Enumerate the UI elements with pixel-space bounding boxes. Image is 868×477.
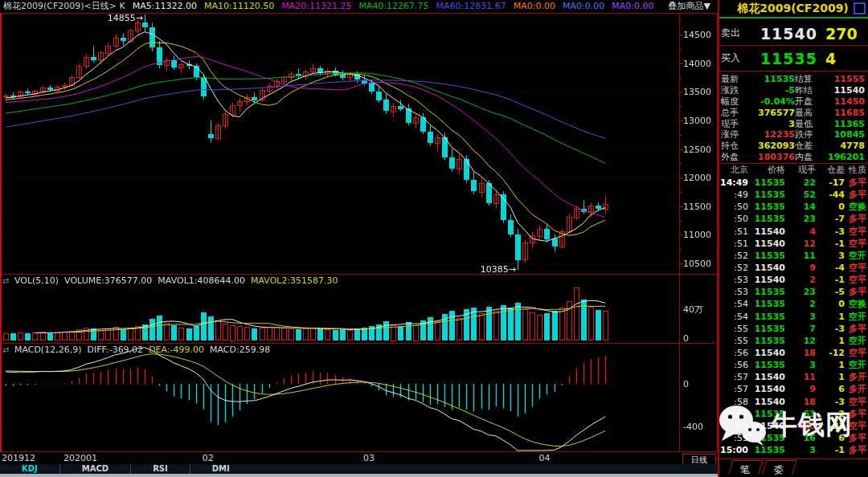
tick-oi-change: -12 (816, 347, 845, 359)
wechat-icon (718, 403, 768, 446)
ma-label: MA0:0.00 (514, 1, 555, 11)
tick-price: 11535 (748, 177, 785, 189)
tick-row: :5211535113空开 (719, 250, 866, 262)
panel-tab-bar: 笔委 (718, 459, 868, 474)
panel-tab-ticks[interactable]: 笔 (728, 460, 764, 474)
tick-row: :491153552-44多平 (719, 189, 866, 201)
tick-col-header: 性质 (845, 165, 866, 175)
ma-label: MA0:0.00 (612, 1, 653, 11)
tick-oi-change: 0 (816, 201, 845, 213)
tick-row: 14:491153522-17多平 (719, 177, 866, 189)
tick-price: 11535 (748, 335, 785, 347)
time-axis: 201912202001020304 (0, 452, 718, 464)
watermark: 牛钱网 (718, 398, 868, 451)
stat-value: 11365 (821, 119, 865, 130)
divider (719, 163, 868, 164)
collapse-pane-icon[interactable]: ⇄ (2, 345, 9, 354)
tick-volume: 7 (785, 323, 816, 335)
tick-row: :55115357-3多平 (719, 323, 866, 335)
tick-nature: 空平 (845, 238, 866, 250)
collapse-pane-icon[interactable]: ⇄ (2, 276, 9, 285)
time-axis-label: 04 (538, 453, 550, 463)
quote-panel-title: 棉花2009(CF2009) (718, 1, 868, 16)
tick-volume: 11 (785, 250, 816, 262)
stat-label: 现手 (721, 119, 745, 130)
tick-volume: 12 (785, 335, 816, 347)
mavol2-value: MAVOL2:351587.30 (251, 275, 338, 286)
stat-value: 180376 (745, 152, 795, 163)
indicator-tab-rsi[interactable]: RSI (131, 464, 190, 474)
tick-volume: 18 (785, 347, 816, 359)
tick-row: :5011535140空换 (719, 201, 866, 213)
ma-label: MA5:11322.00 (133, 1, 197, 11)
panel-restore-icon[interactable] (854, 2, 866, 14)
stat-value: 196201 (821, 152, 865, 163)
tick-price: 11535 (748, 286, 785, 298)
bid-label: 买入 (721, 51, 743, 65)
tick-volume: 12 (785, 238, 816, 250)
stat-value: -0.04% (745, 96, 795, 108)
tick-row: :52115409-4空平 (719, 262, 866, 274)
panel-tab-orders[interactable]: 委 (762, 460, 797, 474)
stat-value: 3 (745, 119, 795, 130)
price-chart-canvas[interactable] (0, 13, 718, 452)
stat-value: -5 (745, 85, 795, 96)
ma-label: MA20:11321.25 (281, 1, 351, 11)
tick-oi-change: 1 (816, 359, 845, 371)
tick-oi-change: -5 (816, 286, 845, 298)
ask-label: 卖出 (721, 26, 743, 40)
stat-value: 11685 (821, 108, 865, 119)
bid-row: 买入 11535 4 (721, 47, 866, 70)
vol-value: VOLUME:376577.00 (64, 275, 152, 286)
macd-value: MACD:259.98 (210, 344, 270, 355)
vol-name: VOL(5,10) (14, 275, 59, 286)
tick-volume: 2 (785, 298, 816, 310)
time-axis-label: 03 (363, 453, 375, 463)
tick-price: 11535 (748, 250, 785, 262)
tick-nature: 空开 (845, 250, 866, 262)
tick-time: :57 (719, 383, 748, 395)
trading-terminal: 棉花2009(CF2009)<日线> K MA5:11322.00MA10:11… (0, 0, 868, 477)
stat-row: 外盘180376内盘196201 (721, 152, 865, 163)
tick-time: :52 (719, 250, 748, 262)
title-divider (719, 17, 868, 18)
bid-qty: 4 (825, 50, 836, 67)
indicator-tab-macd[interactable]: MACD (60, 464, 131, 474)
tick-row: :561154018-12空平 (719, 347, 866, 359)
stat-row: 幅度-0.04%开盘11450 (721, 96, 865, 108)
tick-price: 11535 (748, 323, 785, 335)
tick-row: :501153523-7多平 (719, 213, 866, 225)
tick-oi-change: 6 (816, 383, 845, 395)
tick-price: 11540 (748, 262, 785, 274)
tick-price: 11540 (748, 238, 785, 250)
stat-label: 涨停 (721, 129, 745, 141)
time-axis-label: 201912 (2, 453, 35, 463)
tick-volume: 3 (785, 359, 816, 371)
indicator-tab-dmi[interactable]: DMI (190, 464, 252, 474)
stat-label: 幅度 (721, 96, 745, 108)
tick-oi-change: -1 (816, 238, 845, 250)
ma-label: MA40:12267.75 (358, 1, 428, 11)
indicator-tab-kdj[interactable]: KDJ (0, 464, 60, 474)
tick-oi-change: -3 (816, 323, 845, 335)
macd-name: MACD(12,26,9) (14, 344, 82, 355)
tick-nature: 空开 (845, 311, 866, 323)
ask-qty: 270 (825, 25, 858, 43)
stat-row: 现手3最低11365 (721, 119, 865, 130)
stat-value: 362093 (745, 141, 795, 152)
tick-row: :5511535121空开 (719, 335, 866, 347)
tick-nature: 空平 (845, 262, 866, 274)
tick-time: :56 (719, 359, 748, 371)
overlay-commodity-button[interactable]: 叠加商品▼ (668, 0, 710, 13)
stat-value: 11535 (745, 74, 795, 85)
symbol-title: 棉花2009(CF2009)<日线> K (3, 0, 125, 13)
bid-price[interactable]: 11535 (743, 50, 817, 67)
time-axis-label: 202001 (63, 453, 97, 463)
ask-price[interactable]: 11540 (743, 25, 817, 43)
stat-value: 10845 (821, 129, 865, 141)
tick-time: :53 (719, 286, 748, 298)
ask-row: 卖出 11540 270 (721, 22, 866, 45)
tick-oi-change: -17 (816, 177, 845, 189)
tick-row: :541153531空开 (719, 311, 866, 323)
ma-value-labels: MA5:11322.00MA10:11120.50MA20:11321.25MA… (133, 0, 661, 13)
